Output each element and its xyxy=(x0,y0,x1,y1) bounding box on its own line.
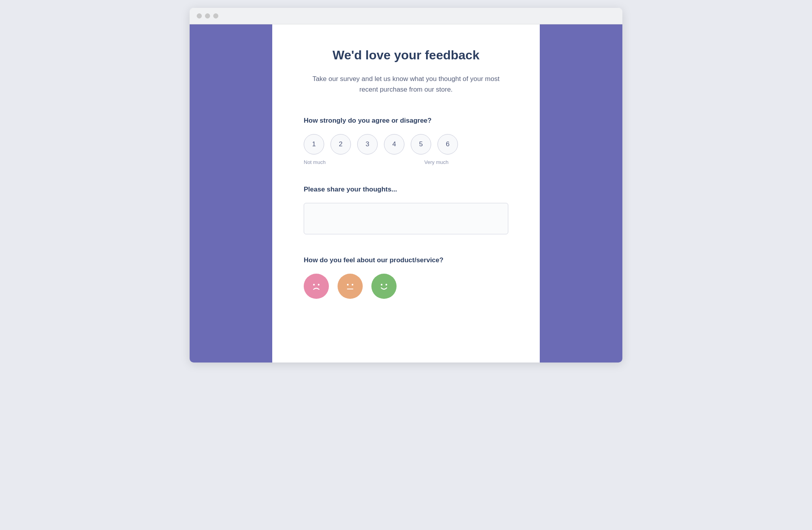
browser-chrome xyxy=(190,8,622,24)
scale-option-3: 3 xyxy=(357,134,378,155)
scale-circle-5[interactable]: 5 xyxy=(411,134,431,155)
sidebar-left xyxy=(190,24,272,363)
scale-circle-6[interactable]: 6 xyxy=(437,134,458,155)
survey-subtitle: Take our survey and let us know what you… xyxy=(304,74,508,95)
question-label-emoji: How do you feel about our product/servic… xyxy=(304,256,508,264)
scale-circle-3[interactable]: 3 xyxy=(357,134,378,155)
emoji-sad-button[interactable] xyxy=(304,274,329,299)
main-content: We'd love your feedback Take our survey … xyxy=(272,24,540,363)
browser-body: We'd love your feedback Take our survey … xyxy=(190,24,622,363)
svg-point-9 xyxy=(386,284,387,285)
browser-dot-3 xyxy=(213,13,218,18)
scale-label-low: Not much xyxy=(304,159,326,165)
question-label-scale: How strongly do you agree or disagree? xyxy=(304,117,508,125)
question-block-emoji: How do you feel about our product/servic… xyxy=(304,256,508,299)
scale-label-high: Very much xyxy=(424,159,448,165)
svg-point-7 xyxy=(376,278,392,294)
browser-dot-2 xyxy=(205,13,210,18)
scale-option-1: 1 xyxy=(304,134,324,155)
scale-option-4: 4 xyxy=(384,134,404,155)
scale-circle-2[interactable]: 2 xyxy=(330,134,351,155)
scale-option-5: 5 xyxy=(411,134,431,155)
scale-circle-1[interactable]: 1 xyxy=(304,134,324,155)
emoji-happy-button[interactable] xyxy=(371,274,397,299)
svg-point-5 xyxy=(352,284,353,285)
sidebar-right xyxy=(540,24,622,363)
svg-point-4 xyxy=(347,284,349,285)
emoji-row xyxy=(304,274,508,299)
svg-point-3 xyxy=(342,278,358,294)
question-label-thoughts: Please share your thoughts... xyxy=(304,186,508,193)
thoughts-input[interactable] xyxy=(304,203,508,234)
svg-point-0 xyxy=(308,278,324,294)
scale-circle-4[interactable]: 4 xyxy=(384,134,404,155)
scale-labels: Not much Very much xyxy=(304,159,448,165)
svg-point-1 xyxy=(313,284,315,285)
question-block-scale: How strongly do you agree or disagree? 1… xyxy=(304,117,508,165)
emoji-neutral-button[interactable] xyxy=(338,274,363,299)
scale-option-6: 6 xyxy=(437,134,458,155)
scale-option-2: 2 xyxy=(330,134,351,155)
scale-row: 1 2 3 4 5 6 xyxy=(304,134,508,155)
svg-point-2 xyxy=(318,284,319,285)
browser-window: We'd love your feedback Take our survey … xyxy=(190,8,622,363)
browser-dot-1 xyxy=(197,13,202,18)
survey-title: We'd love your feedback xyxy=(332,48,479,63)
svg-point-8 xyxy=(381,284,382,285)
question-block-thoughts: Please share your thoughts... xyxy=(304,186,508,236)
